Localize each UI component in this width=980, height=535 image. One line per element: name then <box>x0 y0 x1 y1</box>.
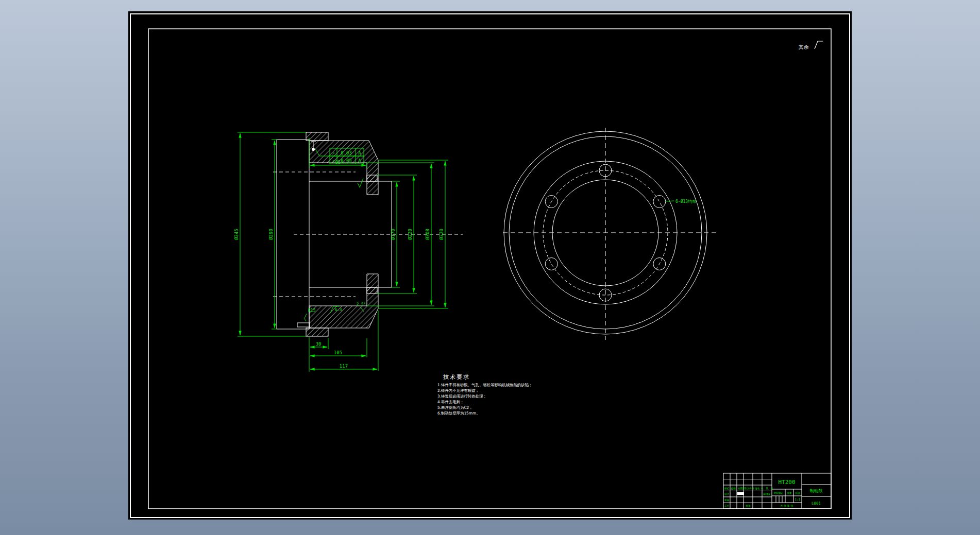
gdt1-tolerance: 0.03 <box>341 150 352 156</box>
material-value: HT200 <box>778 479 795 486</box>
tech-item-6: 6.制动鼓壁厚为15mm。 <box>437 411 480 416</box>
tech-item-4: 4.零件去毛刺； <box>437 400 464 404</box>
hub-ring-top <box>367 175 377 181</box>
cad-viewport[interactable]: 其余 <box>0 0 980 535</box>
gdt1-datum: A <box>358 150 361 156</box>
tech-item-5: 5.未注倒角均为C2； <box>437 405 473 410</box>
rev-col-count: 处数 <box>731 487 736 490</box>
role-process: 工艺 <box>724 504 730 507</box>
dim-label-roughness: 6.3 <box>335 307 342 312</box>
gdt2-tolerance: 0.05 <box>341 158 352 163</box>
dim-label-back: Ø290 <box>268 229 274 240</box>
tech-item-1: 1.铸件不得有砂眼、气孔、缩松等影响机械性能的缺陷； <box>437 383 532 387</box>
hub-ring-bottom <box>367 287 377 294</box>
dim-label-117: 117 <box>340 364 348 369</box>
role-check: 审核 <box>724 499 730 502</box>
dim-label-inner: Ø308 <box>425 229 430 240</box>
sheet-background <box>128 11 852 520</box>
datum-circle-icon <box>312 148 314 150</box>
field-stage: 阶段标记 <box>774 491 784 495</box>
gdt2-symbol: ↗ <box>332 158 334 163</box>
part-name: 制动鼓 <box>809 488 823 493</box>
gdt1-symbol: ↗ <box>332 150 334 156</box>
dim-label-105: 105 <box>334 350 342 355</box>
hole-callout-text: 6-Ø13均布 <box>675 199 696 204</box>
dim-label-30: 30 <box>316 341 322 347</box>
tech-requirements-title: 技术要求 <box>443 374 470 381</box>
dim-label-outer: Ø345 <box>234 229 239 240</box>
signature-mark <box>737 492 744 495</box>
role-design: 设计 <box>724 492 730 495</box>
corner-note-text: 其余 <box>799 44 809 50</box>
field-mass: 质量 <box>787 492 792 494</box>
dim-label-mouth: Ø320 <box>439 229 444 240</box>
rev-col-mark: 标记 <box>724 487 730 490</box>
paper-sheet <box>128 11 852 520</box>
scale-value: 1:1 <box>795 497 801 501</box>
drawing-number: L001 <box>812 501 821 506</box>
gdt2-datum: A <box>358 158 361 163</box>
rev-col-docno: 更改文件号 <box>742 487 754 490</box>
dim-label-draft: 2.5° <box>357 302 366 306</box>
rev-col-sign: 签名 <box>755 487 759 490</box>
tech-item-2: 2.铸件内不允许有裂纹； <box>437 388 479 393</box>
dim-label-hub: Ø170 <box>391 229 396 240</box>
dim-label-step: Ø220 <box>408 229 413 240</box>
tech-item-3: 3.铸造后必须进行时效处理； <box>437 394 487 399</box>
dim-label-radius: R15 <box>308 308 316 313</box>
sheet-count: 共 张 第 张 <box>781 504 793 508</box>
drawing-canvas: 其余 <box>0 0 980 535</box>
bottom-flange-step <box>306 328 328 336</box>
dim-label-95: 95 <box>335 160 341 165</box>
